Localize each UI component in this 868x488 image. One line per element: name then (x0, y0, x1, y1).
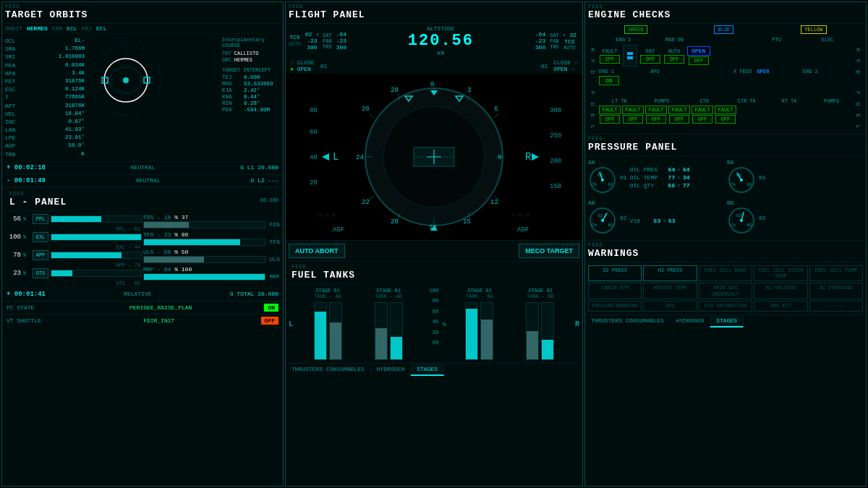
prj-val: ECL (96, 25, 106, 32)
target-orbits-title: TARGET ORBITS (2, 9, 283, 24)
resource-app: 78% APP (5, 250, 142, 260)
svg-text:22: 22 (362, 199, 370, 206)
tab-hydrogen[interactable]: HYDROGEN (371, 364, 411, 376)
fuel-off-btn-5[interactable]: OFF (692, 115, 712, 124)
middle-panel: FEED FLIGHT PANEL TCS AUTO 62 › -23 300 … (285, 1, 583, 487)
fuel-fault-6: FAULT OFF (715, 106, 736, 124)
resource-fds: FDS (143, 221, 280, 228)
warn-tab-stages[interactable]: STAGES (710, 315, 744, 328)
fault-off-auto[interactable]: OFF (664, 55, 684, 64)
svg-text:N2: N2 (747, 182, 753, 187)
svg-text:R: R (525, 151, 532, 163)
fds-bar (143, 221, 265, 228)
svg-text:15: 15 (463, 218, 471, 226)
warn-tab-thrusters[interactable]: THRUSTERS CONSUMABLES (585, 315, 671, 328)
l-panel-time: 30.200 (260, 197, 278, 203)
orbit-data-list: OCLEL- SMA1.766M SMI1.010003 PEA0.034K A… (5, 37, 85, 158)
hyd-label-right: H Y D (854, 46, 863, 77)
svg-line-29 (369, 114, 374, 118)
svg-text:20: 20 (391, 218, 399, 226)
uls-bar (143, 256, 265, 263)
fuel-fault-btn-6[interactable]: FAULT (715, 106, 736, 114)
engine-checks-section: FEED ENGINE CHECKS GREEN BLUE YELLOW H Y… (585, 2, 866, 134)
fault-off-eng1[interactable]: OFF (600, 55, 620, 64)
warn-ac-overload: AC OVERLOAD (809, 283, 863, 299)
warnings-section: FEED WARNINGS O2 PRESS H2 PRESS FUEL CEL… (585, 240, 866, 486)
orbit-val: HERMES (27, 25, 48, 32)
pressure-panel-title: PRESSURE PANEL (585, 142, 866, 156)
svg-text:ADF: ADF (517, 226, 529, 234)
open-btn-eng[interactable]: OPEN (687, 46, 710, 56)
fuel-off-btn-2[interactable]: OFF (623, 115, 643, 124)
svg-text:26: 26 (362, 106, 370, 113)
app-btn[interactable]: APP (33, 250, 48, 260)
ots-btn[interactable]: OTS (33, 268, 48, 278)
on-btn[interactable]: ON (599, 76, 619, 85)
fuel-off-btn-3[interactable]: OFF (646, 115, 666, 124)
fuel-off-btn-4[interactable]: OFF (669, 115, 689, 124)
ppl-btn[interactable]: PPL (33, 214, 48, 224)
resource-mrf: MRF (143, 273, 280, 281)
timer-row-3: + 00:01:41 RELATIVE G TOTAL 20.000 (2, 288, 283, 301)
close-open-left: ○ CLOSE ● OPEN (290, 59, 315, 72)
fuel-fault-3: FAULT OFF (645, 106, 667, 124)
fc-state-on[interactable]: ON (264, 304, 278, 312)
fuel-pct-labels: 100 80 60 40 20 00 (420, 288, 438, 346)
fuel-off-btn-6[interactable]: OFF (715, 115, 736, 124)
close-open-right: CLOSE ○ OPEN ○ (553, 59, 578, 72)
svg-marker-16 (532, 153, 539, 160)
fuel-fault-btn-3[interactable]: FAULT (645, 106, 666, 114)
fuel-fault-btn-5[interactable]: FAULT (692, 106, 712, 114)
tab-thrusters[interactable]: THRUSTERS CONSUMABLES (286, 364, 371, 376)
timer-row-2: - 00:01:49 NEUTRAL G L2 --- (2, 174, 283, 187)
fuel-col-bb: STAGE 02 TANK - BB (511, 288, 569, 360)
pumps2-label: PUMPS (811, 98, 852, 104)
svg-text:80: 80 (310, 107, 318, 114)
frm-val: ECL (67, 25, 77, 32)
meco-target-button[interactable]: MECO TARGET (519, 244, 579, 258)
pressure-panel-section: FEED PRESSURE PANEL AA O2 Ch N2 (585, 134, 866, 240)
xfeed-label: X FEED (733, 69, 752, 74)
svg-text:N2: N2 (608, 223, 614, 228)
target-orbits-section: FEED TARGET ORBITS ORBIT HERMES FRM ECL … (2, 2, 283, 188)
svg-line-21 (494, 114, 499, 118)
warn-fuel-cell-stack: FUEL CELL STACK TEMP (754, 265, 807, 282)
svg-text:Ch: Ch (592, 223, 597, 228)
fuel-fault-btn-1[interactable]: FAULT (599, 106, 620, 114)
eng2-label: ENG 2 (803, 69, 852, 74)
fuel-fault-btn-2[interactable]: FAULT (622, 106, 643, 114)
interplanetary-data: Interplanetary COURSE TGT CALLISTO SRC H… (222, 37, 280, 158)
fc-state-row: FC STATE PERIGEE_RAISE_PLAN ON (2, 301, 283, 314)
orbit-label: ORBIT (5, 25, 22, 32)
right-panel: FEED ENGINE CHECKS GREEN BLUE YELLOW H Y… (584, 1, 867, 487)
color-blue: BLUE (714, 25, 733, 34)
fuel-tanks-title: FUEL TANKS (289, 270, 358, 284)
color-yellow: YELLOW (801, 25, 826, 34)
fault-off-rat[interactable]: OFF (640, 55, 660, 64)
svg-text:ADF: ADF (333, 226, 344, 234)
vt-shuttle-off[interactable]: OFF (261, 317, 278, 325)
flight-panel-title: FLIGHT PANEL (286, 9, 582, 24)
warn-tab-hydrogen[interactable]: HYDROGEN (671, 315, 710, 328)
target-orbits-feed: FEED (2, 2, 283, 9)
svg-line-27 (369, 196, 374, 200)
exl-btn[interactable]: EXL (33, 232, 48, 242)
warnings-title: WARNINGS (585, 248, 866, 262)
svg-text:24: 24 (356, 154, 364, 161)
fuel-off-btn-1[interactable]: OFF (600, 115, 620, 124)
fuel-tanks-feed: FEED (289, 262, 358, 270)
tab-stages[interactable]: STAGES (411, 364, 444, 376)
fuel-col-aa: STAGE 01 TANK - AA (299, 288, 357, 360)
l-panel-title: L - PANEL (7, 197, 69, 211)
resource-exl: 100% EXL (5, 232, 142, 242)
svg-text:60: 60 (310, 129, 318, 136)
ctr-label: CTR (684, 98, 725, 104)
fault-off-open[interactable]: OFF (689, 56, 709, 65)
auto-abort-button[interactable]: AUTO ABORT (289, 244, 345, 258)
warnings-bottom-tabs: THRUSTERS CONSUMABLES HYDROGEN STAGES (585, 314, 866, 328)
color-headers: GREEN BLUE YELLOW (585, 24, 866, 35)
fault-cell-auto: AUTO OFF (663, 48, 685, 64)
compass-container: 80 60 40 20 300 250 200 150 (286, 74, 582, 240)
ptu-label: PTU (752, 37, 801, 43)
fuel-fault-btn-4[interactable]: FAULT (668, 106, 689, 114)
